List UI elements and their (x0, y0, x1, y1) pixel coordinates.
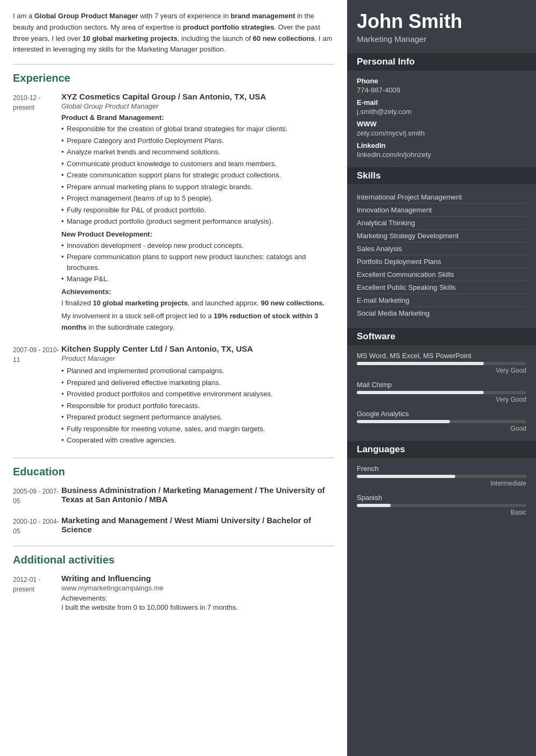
software-level-label: Good (357, 425, 526, 432)
phone-value: 774-987-4009 (357, 86, 526, 94)
experience-detail-1: XYZ Cosmetics Capital Group / San Antoni… (61, 92, 334, 333)
sub-heading-npd: New Product Development: (61, 230, 334, 238)
company-name-1: XYZ Cosmetics Capital Group / San Antoni… (61, 92, 334, 101)
bullet-item: Manage P&L. (61, 274, 334, 284)
language-progress-bar-bg (357, 475, 526, 478)
achievement-text-1: I finalized 10 global marketing projects… (61, 298, 334, 309)
divider-additional (13, 546, 334, 546)
software-level-label: Very Good (357, 367, 526, 374)
software-name: MS Word, MS Excel, MS PowerPoint (357, 352, 526, 360)
education-detail-1: Business Administration / Marketing Mana… (61, 486, 334, 506)
progress-bar-fill (357, 420, 450, 423)
bullet-item: Cooperated with creative agencies. (61, 435, 334, 446)
additional-detail-1: Writing and Influencing www.mymarketingc… (61, 574, 334, 611)
language-progress-bar-fill (357, 475, 455, 478)
education-date-1: 2005-09 - 2007-05 (13, 486, 61, 506)
bullet-item: Responsible for product portfolio foreca… (61, 401, 334, 411)
achievement-text-2: My involvement in a stock sell-off proje… (61, 311, 334, 333)
sub-heading-brand: Product & Brand Management: (61, 113, 334, 122)
experience-detail-2: Kitchen Supply Center Ltd / San Antonio,… (61, 344, 334, 447)
software-level-label: Very Good (357, 396, 526, 403)
additional-achievement-text: I built the website from 0 to 10,000 fol… (61, 603, 334, 611)
experience-section-title: Experience (13, 72, 334, 84)
additional-item-1: 2012-01 - present Writing and Influencin… (13, 574, 334, 611)
experience-date-1: 2010-12 - present (13, 92, 61, 333)
education-date-2: 2000-10 - 2004-05 (13, 516, 61, 536)
bullet-item: Create communication support plans for s… (61, 170, 334, 181)
language-progress-bar-bg (357, 504, 526, 507)
bullet-item: Provided product portfolios and competit… (61, 389, 334, 400)
software-item: MS Word, MS Excel, MS PowerPointVery Goo… (357, 352, 526, 374)
email-value: j.smith@zety.com (357, 108, 526, 116)
www-label: WWW (357, 120, 526, 128)
bullet-item: Project management (teams of up to 5 peo… (61, 193, 334, 204)
education-item-1: 2005-09 - 2007-05 Business Administratio… (13, 486, 334, 506)
progress-bar-bg (357, 362, 526, 365)
software-item: Google AnalyticsGood (357, 410, 526, 432)
additional-date-1: 2012-01 - present (13, 574, 61, 611)
language-level-label: Basic (357, 509, 526, 516)
education-item-2: 2000-10 - 2004-05 Marketing and Manageme… (13, 516, 334, 536)
skill-item: Sales Analysis (357, 243, 526, 255)
additional-website-1: www.mymarketingcampaings.me (61, 584, 334, 592)
language-progress-bar-fill (357, 504, 391, 507)
linkedin-label: LinkedIn (357, 141, 526, 149)
progress-bar-bg (357, 420, 526, 423)
right-panel: John Smith Marketing Manager Personal In… (347, 0, 536, 756)
sub-heading-achievements: Achievements: (61, 288, 334, 296)
skills-section-title: Skills (347, 167, 536, 184)
skill-item: International Project Management (357, 191, 526, 204)
bullet-item: Prepare Category and Portfolio Deploymen… (61, 135, 334, 146)
skill-item: Innovation Management (357, 204, 526, 217)
skill-item: Portfolio Deployment Plans (357, 255, 526, 268)
bullet-item: Prepared product segment performance ana… (61, 412, 334, 423)
bullet-item: Innovation development - develop new pro… (61, 240, 334, 251)
phone-label: Phone (357, 77, 526, 85)
additional-achievement-label: Achievements: (61, 594, 334, 602)
bullet-item: Prepare communication plans to support n… (61, 252, 334, 273)
language-item: FrenchIntermediate (357, 465, 526, 487)
bullet-item: Analyze market trends and recommend solu… (61, 147, 334, 158)
resume-container: I am a Global Group Product Manager with… (0, 0, 536, 756)
skills-list: International Project ManagementInnovati… (357, 191, 526, 319)
languages-section-title: Languages (347, 441, 536, 458)
bullet-item: Planned and implemented promotional camp… (61, 366, 334, 376)
progress-bar-fill (357, 391, 484, 394)
software-list: MS Word, MS Excel, MS PowerPointVery Goo… (357, 352, 526, 432)
bullet-item: Prepare annual marketing plans to suppor… (61, 182, 334, 192)
progress-bar-fill (357, 362, 484, 365)
personal-info-section-title: Personal Info (347, 53, 536, 70)
bullet-item: Communicate product knowledge to custome… (61, 159, 334, 169)
left-panel: I am a Global Group Product Manager with… (0, 0, 347, 756)
linkedin-value: linkedin.com/in/johnzety (357, 151, 526, 159)
divider-education (13, 458, 334, 458)
skill-item: Excellent Communication Skills (357, 268, 526, 281)
bullet-list-kitchen: Planned and implemented promotional camp… (61, 366, 334, 446)
experience-item-1: 2010-12 - present XYZ Cosmetics Capital … (13, 92, 334, 333)
software-item: Mail ChimpVery Good (357, 381, 526, 403)
language-name: French (357, 465, 526, 473)
education-section-title: Education (13, 466, 334, 478)
bullet-item: Fully responsible for meeting volume, sa… (61, 424, 334, 434)
intro-paragraph: I am a Global Group Product Manager with… (13, 11, 334, 55)
software-name: Mail Chimp (357, 381, 526, 389)
skill-item: Excellent Public Speaking Skills (357, 281, 526, 294)
skill-item: Social Media Marketing (357, 307, 526, 319)
education-degree-2: Marketing and Management / West Miami Un… (61, 516, 334, 534)
bullet-list-npd: Innovation development - develop new pro… (61, 240, 334, 284)
divider-experience (13, 64, 334, 65)
additional-title-1: Writing and Influencing (61, 574, 334, 583)
bullet-list-brand: Responsible for the creation of global b… (61, 124, 334, 227)
candidate-name: John Smith (357, 11, 526, 32)
bullet-item: Fully responsible for P&L of product por… (61, 205, 334, 216)
language-level-label: Intermediate (357, 480, 526, 487)
experience-item-2: 2007-09 - 2010-11 Kitchen Supply Center … (13, 344, 334, 447)
company-name-2: Kitchen Supply Center Ltd / San Antonio,… (61, 344, 334, 353)
bullet-item: Prepared and delivered effective marketi… (61, 377, 334, 388)
email-label: E-mail (357, 98, 526, 106)
software-section-title: Software (347, 328, 536, 345)
language-item: SpanishBasic (357, 494, 526, 516)
progress-bar-bg (357, 391, 526, 394)
education-detail-2: Marketing and Management / West Miami Un… (61, 516, 334, 536)
bullet-item: Manage product portfolio (product segmen… (61, 216, 334, 227)
